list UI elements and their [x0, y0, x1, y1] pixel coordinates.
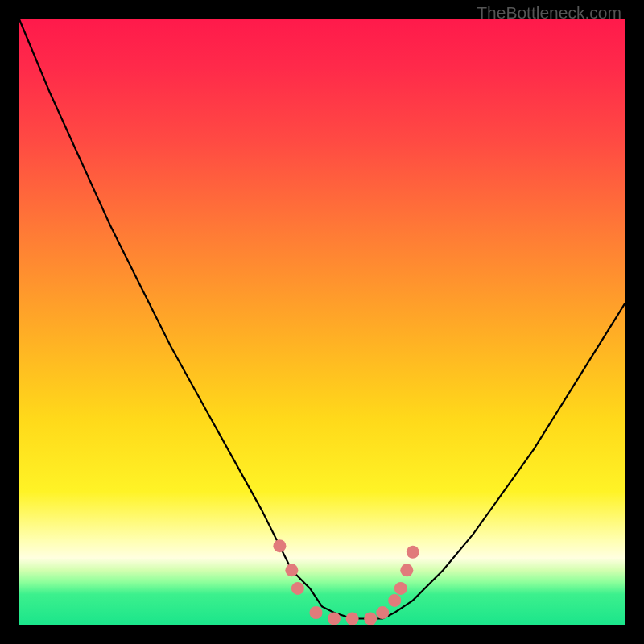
- attribution-label: TheBottleneck.com: [477, 3, 621, 23]
- highlight-point: [388, 594, 401, 607]
- highlight-point: [394, 582, 407, 595]
- chart-frame: TheBottleneck.com: [0, 0, 644, 644]
- highlight-point: [328, 613, 341, 625]
- highlight-point: [376, 606, 389, 619]
- chart-svg: [19, 19, 625, 625]
- highlight-point: [407, 546, 419, 559]
- highlight-point: [310, 606, 323, 619]
- plot-area: [19, 19, 625, 625]
- highlight-point: [285, 564, 298, 576]
- highlight-point: [346, 613, 359, 625]
- highlight-markers: [273, 539, 419, 625]
- highlight-point: [273, 539, 286, 552]
- highlight-point: [364, 613, 377, 625]
- bottleneck-curve: [19, 19, 625, 619]
- highlight-point: [291, 582, 304, 595]
- highlight-point: [400, 564, 413, 576]
